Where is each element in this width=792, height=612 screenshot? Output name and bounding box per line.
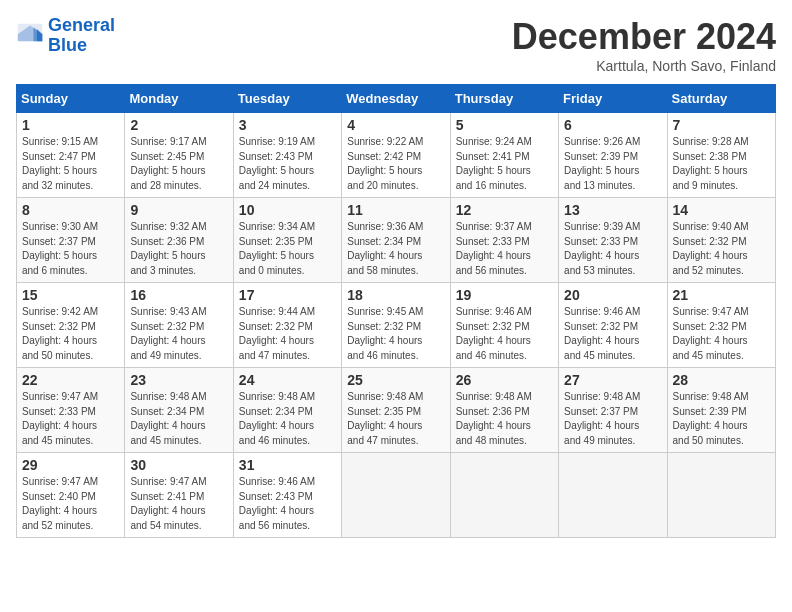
day-info: Sunrise: 9:47 AMSunset: 2:41 PMDaylight:…	[130, 475, 227, 533]
day-number: 15	[22, 287, 119, 303]
header-cell-monday: Monday	[125, 85, 233, 113]
calendar-subtitle: Karttula, North Savo, Finland	[512, 58, 776, 74]
day-info: Sunrise: 9:47 AMSunset: 2:32 PMDaylight:…	[673, 305, 770, 363]
calendar-cell: 10Sunrise: 9:34 AMSunset: 2:35 PMDayligh…	[233, 198, 341, 283]
header-cell-sunday: Sunday	[17, 85, 125, 113]
day-number: 30	[130, 457, 227, 473]
day-info: Sunrise: 9:26 AMSunset: 2:39 PMDaylight:…	[564, 135, 661, 193]
calendar-cell: 24Sunrise: 9:48 AMSunset: 2:34 PMDayligh…	[233, 368, 341, 453]
calendar-cell: 12Sunrise: 9:37 AMSunset: 2:33 PMDayligh…	[450, 198, 558, 283]
day-number: 3	[239, 117, 336, 133]
calendar-cell: 23Sunrise: 9:48 AMSunset: 2:34 PMDayligh…	[125, 368, 233, 453]
day-info: Sunrise: 9:48 AMSunset: 2:34 PMDaylight:…	[130, 390, 227, 448]
day-info: Sunrise: 9:37 AMSunset: 2:33 PMDaylight:…	[456, 220, 553, 278]
day-number: 4	[347, 117, 444, 133]
calendar-cell: 13Sunrise: 9:39 AMSunset: 2:33 PMDayligh…	[559, 198, 667, 283]
day-info: Sunrise: 9:47 AMSunset: 2:40 PMDaylight:…	[22, 475, 119, 533]
title-area: December 2024 Karttula, North Savo, Finl…	[512, 16, 776, 74]
day-number: 22	[22, 372, 119, 388]
day-info: Sunrise: 9:48 AMSunset: 2:36 PMDaylight:…	[456, 390, 553, 448]
day-info: Sunrise: 9:47 AMSunset: 2:33 PMDaylight:…	[22, 390, 119, 448]
header-cell-thursday: Thursday	[450, 85, 558, 113]
calendar-cell: 15Sunrise: 9:42 AMSunset: 2:32 PMDayligh…	[17, 283, 125, 368]
logo: General Blue	[16, 16, 115, 56]
calendar-cell: 4Sunrise: 9:22 AMSunset: 2:42 PMDaylight…	[342, 113, 450, 198]
calendar-title: December 2024	[512, 16, 776, 58]
day-number: 28	[673, 372, 770, 388]
day-info: Sunrise: 9:48 AMSunset: 2:34 PMDaylight:…	[239, 390, 336, 448]
calendar-cell: 1Sunrise: 9:15 AMSunset: 2:47 PMDaylight…	[17, 113, 125, 198]
header: General Blue December 2024 Karttula, Nor…	[16, 16, 776, 74]
header-cell-wednesday: Wednesday	[342, 85, 450, 113]
day-number: 19	[456, 287, 553, 303]
day-number: 9	[130, 202, 227, 218]
calendar-cell: 6Sunrise: 9:26 AMSunset: 2:39 PMDaylight…	[559, 113, 667, 198]
calendar-cell: 14Sunrise: 9:40 AMSunset: 2:32 PMDayligh…	[667, 198, 775, 283]
calendar-cell	[450, 453, 558, 538]
day-number: 23	[130, 372, 227, 388]
calendar-cell: 8Sunrise: 9:30 AMSunset: 2:37 PMDaylight…	[17, 198, 125, 283]
calendar-cell: 22Sunrise: 9:47 AMSunset: 2:33 PMDayligh…	[17, 368, 125, 453]
calendar-week-4: 22Sunrise: 9:47 AMSunset: 2:33 PMDayligh…	[17, 368, 776, 453]
calendar-cell: 18Sunrise: 9:45 AMSunset: 2:32 PMDayligh…	[342, 283, 450, 368]
day-info: Sunrise: 9:48 AMSunset: 2:39 PMDaylight:…	[673, 390, 770, 448]
calendar-cell: 28Sunrise: 9:48 AMSunset: 2:39 PMDayligh…	[667, 368, 775, 453]
day-info: Sunrise: 9:39 AMSunset: 2:33 PMDaylight:…	[564, 220, 661, 278]
calendar-week-2: 8Sunrise: 9:30 AMSunset: 2:37 PMDaylight…	[17, 198, 776, 283]
calendar-cell: 29Sunrise: 9:47 AMSunset: 2:40 PMDayligh…	[17, 453, 125, 538]
calendar-cell: 7Sunrise: 9:28 AMSunset: 2:38 PMDaylight…	[667, 113, 775, 198]
day-number: 1	[22, 117, 119, 133]
calendar-cell: 2Sunrise: 9:17 AMSunset: 2:45 PMDaylight…	[125, 113, 233, 198]
day-info: Sunrise: 9:44 AMSunset: 2:32 PMDaylight:…	[239, 305, 336, 363]
day-info: Sunrise: 9:22 AMSunset: 2:42 PMDaylight:…	[347, 135, 444, 193]
day-number: 16	[130, 287, 227, 303]
calendar-cell: 20Sunrise: 9:46 AMSunset: 2:32 PMDayligh…	[559, 283, 667, 368]
day-number: 20	[564, 287, 661, 303]
day-number: 11	[347, 202, 444, 218]
day-number: 24	[239, 372, 336, 388]
calendar-cell: 17Sunrise: 9:44 AMSunset: 2:32 PMDayligh…	[233, 283, 341, 368]
day-info: Sunrise: 9:34 AMSunset: 2:35 PMDaylight:…	[239, 220, 336, 278]
calendar-week-1: 1Sunrise: 9:15 AMSunset: 2:47 PMDaylight…	[17, 113, 776, 198]
day-number: 12	[456, 202, 553, 218]
day-number: 18	[347, 287, 444, 303]
logo-icon	[16, 22, 44, 50]
day-number: 17	[239, 287, 336, 303]
calendar-cell: 26Sunrise: 9:48 AMSunset: 2:36 PMDayligh…	[450, 368, 558, 453]
day-number: 21	[673, 287, 770, 303]
day-number: 7	[673, 117, 770, 133]
day-info: Sunrise: 9:15 AMSunset: 2:47 PMDaylight:…	[22, 135, 119, 193]
day-number: 5	[456, 117, 553, 133]
day-info: Sunrise: 9:17 AMSunset: 2:45 PMDaylight:…	[130, 135, 227, 193]
calendar-cell: 5Sunrise: 9:24 AMSunset: 2:41 PMDaylight…	[450, 113, 558, 198]
calendar-cell: 11Sunrise: 9:36 AMSunset: 2:34 PMDayligh…	[342, 198, 450, 283]
day-number: 10	[239, 202, 336, 218]
calendar-cell: 30Sunrise: 9:47 AMSunset: 2:41 PMDayligh…	[125, 453, 233, 538]
day-info: Sunrise: 9:28 AMSunset: 2:38 PMDaylight:…	[673, 135, 770, 193]
day-info: Sunrise: 9:46 AMSunset: 2:32 PMDaylight:…	[456, 305, 553, 363]
day-number: 2	[130, 117, 227, 133]
calendar-week-3: 15Sunrise: 9:42 AMSunset: 2:32 PMDayligh…	[17, 283, 776, 368]
day-info: Sunrise: 9:48 AMSunset: 2:35 PMDaylight:…	[347, 390, 444, 448]
day-number: 13	[564, 202, 661, 218]
day-number: 29	[22, 457, 119, 473]
day-info: Sunrise: 9:45 AMSunset: 2:32 PMDaylight:…	[347, 305, 444, 363]
calendar-cell: 3Sunrise: 9:19 AMSunset: 2:43 PMDaylight…	[233, 113, 341, 198]
calendar-cell: 21Sunrise: 9:47 AMSunset: 2:32 PMDayligh…	[667, 283, 775, 368]
calendar-cell: 27Sunrise: 9:48 AMSunset: 2:37 PMDayligh…	[559, 368, 667, 453]
day-number: 6	[564, 117, 661, 133]
calendar-header-row: SundayMondayTuesdayWednesdayThursdayFrid…	[17, 85, 776, 113]
header-cell-saturday: Saturday	[667, 85, 775, 113]
day-info: Sunrise: 9:19 AMSunset: 2:43 PMDaylight:…	[239, 135, 336, 193]
day-number: 25	[347, 372, 444, 388]
day-info: Sunrise: 9:43 AMSunset: 2:32 PMDaylight:…	[130, 305, 227, 363]
day-info: Sunrise: 9:32 AMSunset: 2:36 PMDaylight:…	[130, 220, 227, 278]
calendar-week-5: 29Sunrise: 9:47 AMSunset: 2:40 PMDayligh…	[17, 453, 776, 538]
calendar-body: 1Sunrise: 9:15 AMSunset: 2:47 PMDaylight…	[17, 113, 776, 538]
day-info: Sunrise: 9:24 AMSunset: 2:41 PMDaylight:…	[456, 135, 553, 193]
header-cell-tuesday: Tuesday	[233, 85, 341, 113]
day-number: 8	[22, 202, 119, 218]
day-number: 14	[673, 202, 770, 218]
calendar-cell: 31Sunrise: 9:46 AMSunset: 2:43 PMDayligh…	[233, 453, 341, 538]
calendar-cell: 19Sunrise: 9:46 AMSunset: 2:32 PMDayligh…	[450, 283, 558, 368]
